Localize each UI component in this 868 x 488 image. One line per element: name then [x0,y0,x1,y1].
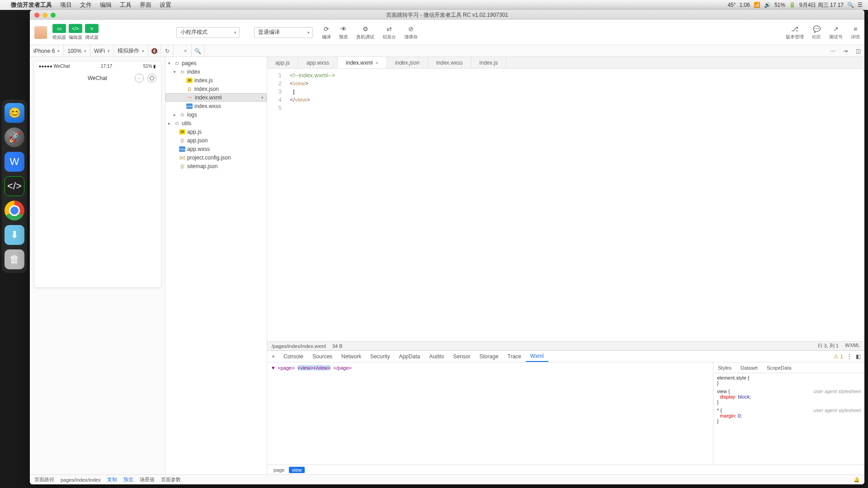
menu-file[interactable]: 文件 [80,1,92,9]
sim-action-select[interactable]: 模拟操作 [114,45,148,56]
remote-debug-button[interactable]: ⚙真机调试 [356,25,374,40]
split-icon[interactable]: ◫ [852,45,864,56]
st-scopedata[interactable]: ScopeData [762,365,796,371]
st-styles[interactable]: Styles [713,365,736,371]
tab-close-icon[interactable]: × [375,60,378,66]
file-index-json[interactable]: {}index.json [165,84,267,93]
zoom-select[interactable]: 100% [64,45,90,56]
preview-link[interactable]: 预览 [123,476,133,483]
params-label[interactable]: 页面参数 [161,476,181,483]
file-project-config[interactable]: {e}project.config.json [165,153,267,162]
file-app-wxss[interactable]: wxssapp.wxss [165,145,267,153]
wifi-icon[interactable]: 📶 [754,2,760,8]
tab-index-js[interactable]: index.js [472,57,507,68]
tab-index-wxss[interactable]: index.wxss [428,57,472,68]
rotate-icon[interactable]: ↻ [161,45,174,56]
tab-app-wxss[interactable]: app.wxss [298,57,338,68]
more-icon[interactable]: ⋯ [826,45,839,56]
dt-more-icon[interactable]: ⋮ [847,353,852,360]
compile-mode-select[interactable]: 普通编译 [254,27,313,38]
element-picker-icon[interactable]: ⌖ [267,353,279,360]
clear-cache-button[interactable]: ⊘清缓存 [404,25,418,40]
dock-launchpad[interactable]: 🚀 [5,127,24,147]
macos-menubar: 微信开发者工具 项目 文件 编辑 工具 界面 设置 45° 1:06 📶 🔊 5… [0,0,868,10]
dt-console[interactable]: Console [279,351,308,362]
tab-app-js[interactable]: app.js [267,57,298,68]
dt-sources[interactable]: Sources [308,351,337,362]
file-app-json[interactable]: {}app.json [165,136,267,145]
network-select[interactable]: WiFi [90,45,114,56]
mode-simulator[interactable]: ▭模拟器 [52,24,66,41]
menu-edit[interactable]: 编辑 [100,1,112,9]
dock-finder[interactable]: 😊 [5,103,24,123]
status-date[interactable]: 9月4日 周三 17 17 [799,1,844,9]
dock-trash[interactable]: 🗑 [5,249,24,269]
preview-button[interactable]: 👁预览 [339,25,348,40]
tab-index-wxml[interactable]: index.wxml× [338,57,387,68]
tab-index-json[interactable]: index.json [387,57,428,68]
window-titlebar[interactable]: 页面跳转学习 - 微信开发者工具 RC v1.02.1907301 [30,10,864,20]
st-dataset[interactable]: Dataset [736,365,762,371]
mode-debugger[interactable]: ≡调试器 [85,24,99,41]
crumb-page[interactable]: page [271,467,287,473]
maximize-icon[interactable] [51,13,56,18]
detail-button[interactable]: ≡详情 [851,25,860,40]
menubar-appname[interactable]: 微信开发者工具 [11,1,52,9]
dock-downloads[interactable]: ⬇ [5,225,24,245]
warning-badge[interactable]: ⚠ 1 [834,353,843,360]
menu-icon[interactable]: ☰ [858,2,863,8]
dt-wxml[interactable]: Wxml [526,351,548,362]
menu-tools[interactable]: 工具 [120,1,132,9]
background-button[interactable]: ⇄切后台 [382,25,396,40]
dt-storage[interactable]: Storage [475,351,503,362]
menu-settings[interactable]: 设置 [160,1,171,9]
volume-icon[interactable]: 🔊 [764,2,771,8]
minimize-icon[interactable] [42,13,47,18]
dock-chrome[interactable] [5,201,24,221]
file-index-wxss[interactable]: wxssindex.wxss [165,102,267,110]
user-avatar[interactable] [34,26,47,39]
bell-icon[interactable]: 🔔 [854,477,860,483]
search-icon[interactable]: 🔍 [192,45,204,56]
testno-button[interactable]: ↗测试号 [829,25,843,40]
collapse-icon[interactable]: ⇥ [839,45,852,56]
file-app-js[interactable]: JSapp.js [165,127,267,136]
capsule-close-icon[interactable] [147,74,156,83]
close-icon[interactable] [34,13,39,18]
app-mode-select[interactable]: 小程序模式 [176,27,240,38]
folder-logs[interactable]: ▸🗀logs [165,110,267,119]
community-button[interactable]: 💬社区 [812,25,821,40]
mode-editor[interactable]: </>编辑器 [69,24,82,41]
dt-network[interactable]: Network [337,351,366,362]
dt-sensor[interactable]: Sensor [449,351,475,362]
menu-project[interactable]: 项目 [60,1,72,9]
folder-utils[interactable]: ▸🗀utils [165,119,267,127]
folder-index[interactable]: ▾🗀index [165,67,267,76]
vcs-button[interactable]: ⎇版本管理 [786,25,804,40]
compile-button[interactable]: ⟳编译 [322,25,331,40]
dt-trace[interactable]: Trace [503,351,526,362]
dt-dock-icon[interactable]: ◧ [856,353,861,360]
search-icon[interactable]: 🔍 [847,2,854,8]
code-lines[interactable]: <!--index.wxml--> <view> | </view> [285,69,864,341]
menu-ui[interactable]: 界面 [140,1,151,9]
file-sitemap[interactable]: {}sitemap.json [165,162,267,170]
dock-wps[interactable]: W [5,152,24,172]
elements-tree[interactable]: ▼ <page> <view></view> </page> [267,362,713,465]
capsule-menu-icon[interactable]: ⋯ [135,74,144,83]
dt-appdata[interactable]: AppData [394,351,425,362]
dock-devtools[interactable]: </> [5,176,24,196]
mute-icon[interactable]: 🔇 [148,45,161,56]
folder-pages[interactable]: ▾🗀pages [165,59,267,67]
new-tab-icon[interactable]: ＋ [179,45,192,56]
file-index-js[interactable]: JSindex.js [165,76,267,84]
file-index-wxml[interactable]: <>index.wxml [165,93,267,102]
device-select[interactable]: iPhone 6 [30,45,64,56]
dt-audits[interactable]: Audits [425,351,448,362]
copy-link[interactable]: 复制 [107,476,117,483]
styles-rules[interactable]: element.style {} user agent stylesheetvi… [713,373,864,465]
crumb-view[interactable]: view [289,467,304,473]
code-editor[interactable]: 12345 <!--index.wxml--> <view> | </view> [267,69,864,341]
scene-label[interactable]: 场景值 [140,476,155,483]
dt-security[interactable]: Security [366,351,394,362]
